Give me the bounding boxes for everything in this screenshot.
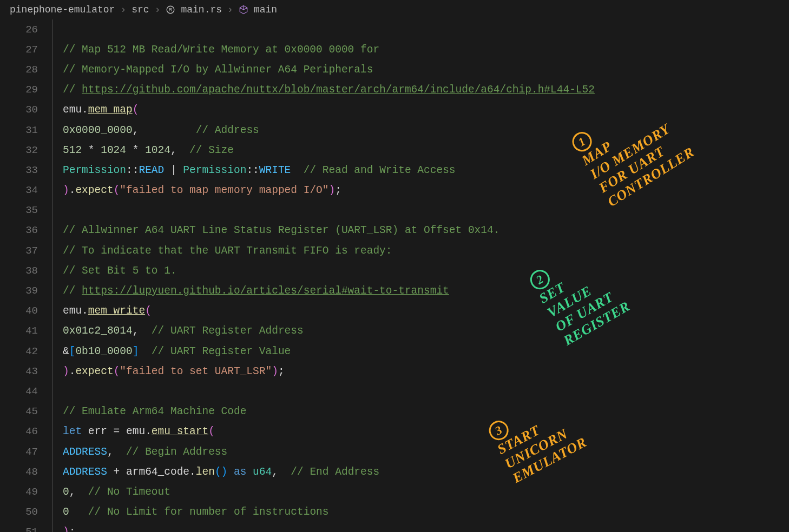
number-literal: 512	[63, 144, 82, 156]
symbol-function-icon	[239, 5, 248, 15]
code-line[interactable]: // Set Bit 5 to 1.	[63, 261, 789, 281]
code-line[interactable]: // Emulate Arm64 Machine Code	[63, 402, 789, 422]
method-call: mem_map	[88, 104, 133, 116]
code-line[interactable]: 0x0000_0000, // Address	[63, 120, 789, 140]
code-line[interactable]: // Memory-Mapped I/O by Allwinner A64 Pe…	[63, 59, 789, 79]
number-literal: 0x0000_0000	[63, 124, 133, 136]
chevron-right-icon: ›	[155, 4, 161, 15]
line-number: 27	[0, 39, 38, 59]
string-literal: "failed to set UART_LSR"	[120, 365, 272, 377]
identifier: emu	[63, 305, 82, 317]
keyword: as	[234, 466, 246, 478]
constant: ADDRESS	[63, 466, 107, 478]
code-line[interactable]: emu.mem_map(	[63, 100, 789, 120]
code-line[interactable]: ADDRESS + arm64_code.len() as u64, // En…	[63, 462, 789, 482]
code-line[interactable]: emu.mem_write(	[63, 301, 789, 321]
line-number: 43	[0, 361, 38, 381]
code-line[interactable]: &[0b10_0000] // UART Register Value	[63, 341, 789, 361]
code-line[interactable]: // Map 512 MB Read/Write Memory at 0x000…	[63, 39, 789, 59]
code-line[interactable]: // Allwinner A64 UART Line Status Regist…	[63, 221, 789, 241]
comment: // Memory-Mapped I/O by Allwinner A64 Pe…	[63, 64, 373, 76]
identifier: emu	[63, 104, 82, 116]
rust-file-icon: R	[166, 5, 175, 15]
code-line[interactable]: // To indicate that the UART Transmit FI…	[63, 241, 789, 261]
line-number: 45	[0, 402, 38, 422]
comment-link[interactable]: https://lupyuen.github.io/articles/seria…	[82, 285, 449, 297]
number-literal: 1024	[145, 144, 170, 156]
line-number: 47	[0, 442, 38, 462]
method-call: expect	[75, 365, 113, 377]
code-line[interactable]: 0x01c2_8014, // UART Register Address	[63, 321, 789, 341]
line-number: 48	[0, 462, 38, 482]
type: u64	[253, 466, 272, 478]
line-number: 42	[0, 341, 38, 361]
code-line[interactable]: // https://github.com/apache/nuttx/blob/…	[63, 80, 789, 100]
breadcrumb-file[interactable]: main.rs	[181, 4, 222, 15]
code-line[interactable]	[63, 201, 789, 221]
chevron-right-icon: ›	[227, 4, 233, 15]
code-line[interactable]	[63, 19, 789, 39]
line-number-gutter: 26 27 28 29 30 31 32 33 34 35 36 37 38 3…	[0, 19, 53, 532]
number-literal: 0b10_0000	[75, 345, 132, 357]
code-line[interactable]: );	[63, 522, 789, 532]
constant: ADDRESS	[63, 446, 107, 458]
string-literal: "failed to map memory mapped I/O"	[120, 184, 328, 196]
code-line[interactable]: ADDRESS, // Begin Address	[63, 442, 789, 462]
line-number: 41	[0, 321, 38, 341]
line-number: 30	[0, 100, 38, 120]
code-line[interactable]: // https://lupyuen.github.io/articles/se…	[63, 281, 789, 301]
comment: // No Timeout	[88, 486, 170, 498]
breadcrumb[interactable]: pinephone-emulator › src › R main.rs › m…	[0, 0, 789, 19]
comment: // End Address	[291, 466, 379, 478]
number-literal: 0	[63, 506, 69, 518]
constant: READ	[139, 164, 164, 176]
number-literal: 0	[63, 486, 69, 498]
line-number: 35	[0, 201, 38, 221]
number-literal: 1024	[101, 144, 126, 156]
line-number: 28	[0, 59, 38, 79]
line-number: 51	[0, 522, 38, 532]
method-call: len	[196, 466, 215, 478]
keyword: let	[63, 425, 82, 437]
comment: // No Limit for number of instructions	[88, 506, 329, 518]
svg-text:R: R	[169, 7, 173, 12]
breadcrumb-folder[interactable]: src	[132, 4, 149, 15]
comment: // Set Bit 5 to 1.	[63, 265, 177, 277]
code-line[interactable]: let err = emu.emu_start(	[63, 422, 789, 442]
code-line[interactable]: 512 * 1024 * 1024, // Size	[63, 140, 789, 160]
line-number: 39	[0, 281, 38, 301]
comment: // Address	[196, 124, 259, 136]
method-call: expect	[75, 184, 113, 196]
comment: // Size	[189, 144, 234, 156]
identifier: arm64_code	[126, 466, 189, 478]
comment: // Read and Write Access	[304, 164, 456, 176]
code-line[interactable]: Permission::READ | Permission::WRITE // …	[63, 160, 789, 180]
operator: &	[63, 345, 69, 357]
code-line[interactable]: 0 // No Limit for number of instructions	[63, 502, 789, 522]
number-literal: 0x01c2_8014	[63, 325, 133, 337]
line-number: 38	[0, 261, 38, 281]
comment: //	[63, 84, 82, 96]
line-number: 36	[0, 221, 38, 241]
line-number: 37	[0, 241, 38, 261]
constant: WRITE	[259, 164, 291, 176]
line-number: 33	[0, 160, 38, 180]
line-number: 26	[0, 19, 38, 39]
line-number: 32	[0, 140, 38, 160]
code-content[interactable]: // Map 512 MB Read/Write Memory at 0x000…	[53, 19, 789, 532]
type: Permission	[63, 164, 126, 176]
comment: // Emulate Arm64 Machine Code	[63, 405, 246, 417]
line-number: 46	[0, 422, 38, 442]
line-number: 29	[0, 80, 38, 100]
code-editor[interactable]: 26 27 28 29 30 31 32 33 34 35 36 37 38 3…	[0, 19, 789, 532]
chevron-right-icon: ›	[120, 4, 126, 15]
code-line[interactable]	[63, 381, 789, 401]
breadcrumb-symbol[interactable]: main	[254, 4, 277, 15]
line-number: 34	[0, 181, 38, 201]
breadcrumb-folder[interactable]: pinephone-emulator	[10, 4, 115, 15]
code-line[interactable]: 0, // No Timeout	[63, 482, 789, 502]
code-line[interactable]: ).expect("failed to set UART_LSR");	[63, 361, 789, 381]
identifier: emu	[126, 425, 145, 437]
code-line[interactable]: ).expect("failed to map memory mapped I/…	[63, 181, 789, 201]
comment-link[interactable]: https://github.com/apache/nuttx/blob/mas…	[82, 84, 595, 96]
